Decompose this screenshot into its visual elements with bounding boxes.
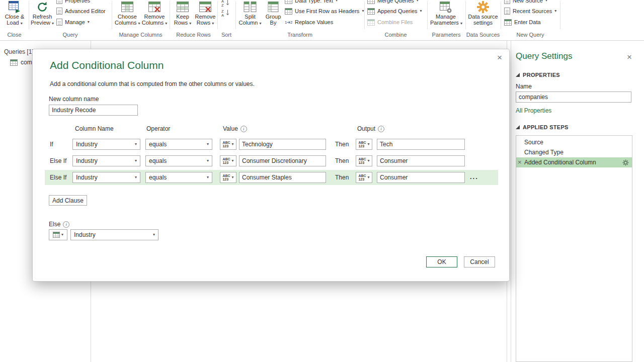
split-column-button[interactable]: Split Column ▾ bbox=[238, 0, 262, 29]
sort-ascending-button[interactable]: A Z bbox=[221, 0, 230, 7]
group-label-new-query: New Query bbox=[501, 32, 560, 38]
new-source-button[interactable]: New Source ▾ bbox=[504, 0, 547, 5]
row-more-options-button[interactable]: ... bbox=[470, 173, 478, 180]
group-label-sort: Sort bbox=[217, 32, 235, 38]
refresh-preview-button[interactable]: Refresh Preview ▾ bbox=[30, 0, 54, 29]
sort-descending-button[interactable]: Z A bbox=[221, 8, 230, 17]
use-first-row-as-headers-button[interactable]: Use First Row as Headers ▾ bbox=[285, 7, 364, 16]
condition-row-3: Else If Industry ▾ equals ▾ ABC123 ▾ The… bbox=[45, 170, 498, 185]
add-clause-button[interactable]: Add Clause bbox=[49, 195, 87, 206]
query-settings-close-button[interactable]: × bbox=[627, 53, 632, 61]
advanced-editor-button[interactable]: Advanced Editor bbox=[56, 7, 106, 16]
group-by-button[interactable]: Group By bbox=[263, 0, 284, 29]
dropdown-caret-icon: ▾ bbox=[88, 20, 90, 24]
dropdown-caret-icon: ▾ bbox=[189, 21, 191, 26]
keep-rows-button[interactable]: Keep Rows ▾ bbox=[172, 0, 194, 29]
output-input[interactable] bbox=[377, 155, 465, 166]
svg-text:1: 1 bbox=[285, 20, 287, 25]
collapse-triangle-icon bbox=[516, 125, 520, 129]
value-input[interactable] bbox=[239, 172, 326, 183]
combine-files-button: Combine Files bbox=[367, 18, 413, 27]
refresh-icon bbox=[36, 1, 49, 14]
merge-queries-button[interactable]: Merge Queries ▾ bbox=[367, 0, 419, 5]
data-source-settings-gear-icon bbox=[476, 1, 490, 14]
ribbon: Close & Load ▾ Close Refresh Preview ▾ P… bbox=[0, 0, 644, 41]
dropdown-caret-icon: ▾ bbox=[61, 233, 63, 237]
value-input[interactable] bbox=[239, 139, 326, 150]
properties-button[interactable]: Properties bbox=[56, 0, 90, 5]
output-input[interactable] bbox=[377, 172, 465, 183]
value-input[interactable] bbox=[239, 155, 326, 166]
output-type-button[interactable]: ABC123 ▾ bbox=[356, 172, 372, 183]
choose-columns-button[interactable]: Choose Columns ▾ bbox=[115, 0, 140, 29]
operator-dropdown[interactable]: equals ▾ bbox=[145, 172, 212, 183]
delete-step-icon[interactable]: × bbox=[518, 157, 522, 167]
group-divider bbox=[217, 1, 218, 29]
manage-parameters-button[interactable]: Manage Parameters ▾ bbox=[430, 0, 461, 29]
dropdown-caret-icon: ▾ bbox=[232, 142, 234, 146]
column-type-icon bbox=[53, 232, 60, 238]
step-settings-gear-icon bbox=[622, 159, 629, 166]
applied-steps-section-header[interactable]: APPLIED STEPS bbox=[516, 124, 569, 130]
dropdown-caret-icon: ▾ bbox=[417, 0, 419, 3]
dropdown-caret-icon: ▾ bbox=[368, 159, 370, 163]
group-by-icon bbox=[267, 1, 280, 14]
applied-step-changed-type[interactable]: Changed Type bbox=[516, 147, 632, 157]
operator-dropdown[interactable]: equals ▾ bbox=[145, 139, 212, 150]
condition-label: Else If bbox=[50, 170, 66, 185]
value-type-button[interactable]: ABC123 ▾ bbox=[220, 172, 236, 183]
value-type-button[interactable]: ABC123 ▾ bbox=[220, 139, 236, 150]
new-column-name-input[interactable] bbox=[49, 105, 138, 116]
dropdown-caret-icon: ▾ bbox=[21, 21, 23, 26]
query-name-input[interactable] bbox=[516, 92, 631, 103]
sort-ascending-icon: A Z bbox=[221, 0, 230, 7]
svg-text:A: A bbox=[221, 13, 224, 17]
properties-section-header[interactable]: PROPERTIES bbox=[516, 72, 560, 78]
manage-button[interactable]: Manage ▾ bbox=[56, 18, 90, 27]
enter-data-icon bbox=[504, 19, 512, 26]
dropdown-caret-icon: ▾ bbox=[135, 175, 137, 179]
all-properties-link[interactable]: All Properties bbox=[516, 107, 551, 114]
close-and-load-button[interactable]: Close & Load ▾ bbox=[2, 0, 27, 29]
condition-label: If bbox=[50, 137, 53, 152]
data-source-settings-button[interactable]: Data source settings bbox=[467, 0, 499, 29]
dropdown-caret-icon: ▾ bbox=[165, 21, 167, 26]
ok-button[interactable]: OK bbox=[426, 256, 457, 267]
close-load-label-1: Close & bbox=[2, 14, 27, 20]
remove-rows-button[interactable]: Remove Rows ▾ bbox=[194, 0, 216, 29]
enter-data-button[interactable]: Enter Data bbox=[504, 18, 541, 27]
remove-columns-icon bbox=[148, 1, 161, 14]
info-icon: i bbox=[378, 126, 384, 132]
append-queries-button[interactable]: Append Queries ▾ bbox=[367, 7, 422, 16]
applied-step-source[interactable]: Source bbox=[516, 137, 632, 147]
group-divider bbox=[427, 1, 428, 29]
dropdown-caret-icon: ▾ bbox=[52, 21, 54, 26]
recent-sources-button[interactable]: Recent Sources ▾ bbox=[504, 7, 556, 16]
recent-sources-icon bbox=[504, 8, 510, 15]
choose-columns-icon bbox=[121, 1, 134, 14]
dropdown-caret-icon: ▾ bbox=[153, 233, 155, 237]
data-type-button[interactable]: Data Type: Text ▾ bbox=[285, 0, 338, 5]
close-and-load-icon bbox=[8, 1, 21, 14]
cancel-button[interactable]: Cancel bbox=[464, 256, 495, 267]
queries-pane-header: Queries [1] bbox=[4, 48, 34, 55]
operator-dropdown[interactable]: equals ▾ bbox=[145, 155, 212, 166]
output-input[interactable] bbox=[377, 139, 465, 150]
name-label: Name bbox=[516, 83, 532, 90]
column-name-dropdown[interactable]: Industry ▾ bbox=[72, 139, 140, 150]
close-load-label-2: Load ▾ bbox=[2, 20, 27, 26]
column-name-dropdown[interactable]: Industry ▾ bbox=[72, 172, 140, 183]
applied-step-added-conditional-column[interactable]: × Added Conditional Column bbox=[516, 157, 632, 167]
column-name-dropdown[interactable]: Industry ▾ bbox=[72, 155, 140, 166]
dialog-close-button[interactable]: × bbox=[497, 53, 502, 62]
keep-rows-icon bbox=[176, 1, 189, 14]
output-type-button[interactable]: ABC123 ▾ bbox=[356, 155, 372, 166]
else-value-dropdown[interactable]: Industry ▾ bbox=[70, 229, 158, 240]
remove-columns-button[interactable]: Remove Columns ▾ bbox=[141, 0, 168, 29]
condition-row-1: If Industry ▾ equals ▾ ABC123 ▾ Then ABC… bbox=[45, 137, 498, 152]
replace-values-button[interactable]: 1 2 Replace Values bbox=[285, 18, 333, 27]
output-type-button[interactable]: ABC123 ▾ bbox=[356, 139, 372, 150]
value-type-button[interactable]: ABC123 ▾ bbox=[220, 155, 236, 166]
else-type-button[interactable]: ▾ bbox=[49, 229, 67, 240]
merge-queries-icon bbox=[367, 0, 375, 4]
